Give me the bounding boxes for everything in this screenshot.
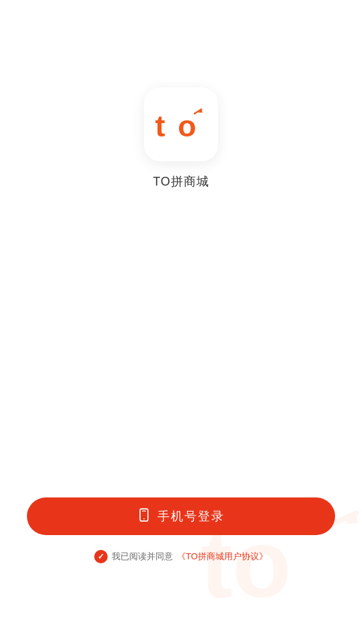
page-container: t o TO拼商城 手机号登录 ✓ xyxy=(0,0,362,644)
bottom-section: 手机号登录 ✓ 我已阅读并同意 《TO拼商城用户协议》 xyxy=(0,497,362,563)
svg-text:o: o xyxy=(178,109,196,141)
agreement-row: ✓ 我已阅读并同意 《TO拼商城用户协议》 xyxy=(94,550,268,563)
phone-icon xyxy=(137,508,151,525)
app-logo-icon: t o xyxy=(154,108,208,141)
logo-section: t o TO拼商城 xyxy=(144,87,218,190)
checkmark-icon: ✓ xyxy=(98,552,104,561)
app-icon-wrapper: t o xyxy=(144,87,218,161)
login-button-text: 手机号登录 xyxy=(157,508,225,524)
phone-login-button[interactable]: 手机号登录 xyxy=(27,497,335,535)
svg-text:t: t xyxy=(155,109,166,141)
agreement-link[interactable]: 《TO拼商城用户协议》 xyxy=(177,551,268,563)
agreement-checkbox[interactable]: ✓ xyxy=(94,550,108,563)
svg-point-5 xyxy=(143,518,145,520)
app-name: TO拼商城 xyxy=(153,173,209,190)
agreement-prefix: 我已阅读并同意 xyxy=(112,551,173,563)
